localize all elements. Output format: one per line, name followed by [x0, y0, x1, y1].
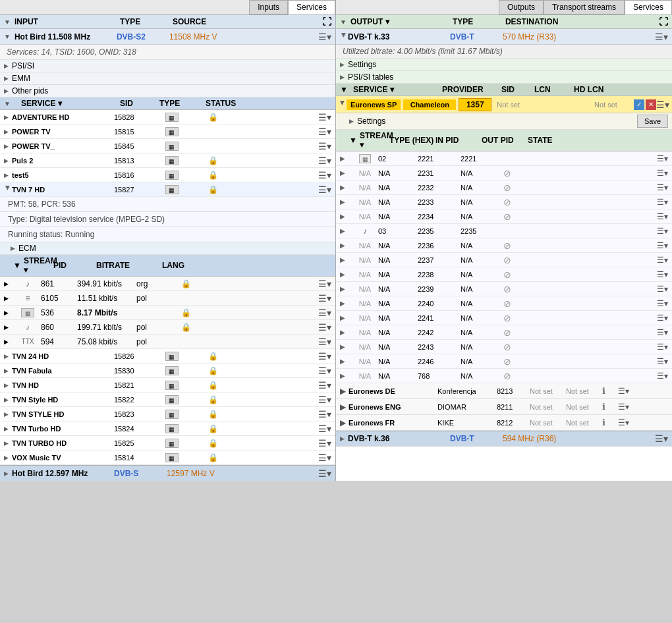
- right-stream-row-4[interactable]: ▶ N/A N/A 2234 N/A ⊘ ☰▾: [336, 209, 672, 224]
- right-stream-row-5[interactable]: ▶ ♪ 03 2235 2235 ☰▾: [336, 224, 672, 238]
- service-row-more-6[interactable]: ▶ TVN TURBO HD 15825 ▦ 🔒 ☰▾: [0, 436, 335, 450]
- rs-menu-4[interactable]: ☰▾: [657, 212, 668, 221]
- service-row-tvn7hd[interactable]: ▶ TVN 7 HD 15827 ▦ 🔒 ☰▾: [0, 182, 335, 197]
- psi-si-row[interactable]: ▶ PSI/SI: [0, 60, 335, 72]
- right-stream-row-13[interactable]: ▶ N/A N/A 2243 N/A ⊘ ☰▾: [336, 340, 672, 354]
- adventure-menu[interactable]: ☰▾: [318, 112, 331, 122]
- stream-row-1[interactable]: ▶ ≡ 6105 11.51 kbit/s pol ☰▾: [0, 291, 335, 306]
- more-svc-menu-3[interactable]: ☰▾: [318, 394, 331, 405]
- fullscreen-icon[interactable]: ⛶: [322, 16, 331, 27]
- more-svc-menu-5[interactable]: ☰▾: [318, 423, 331, 434]
- tab-services-left[interactable]: Services: [288, 0, 335, 14]
- service-row-more-4[interactable]: ▶ TVN STYLE HD 15823 ▦ 🔒 ☰▾: [0, 407, 335, 421]
- right-stream-row-11[interactable]: ▶ N/A N/A 2241 N/A ⊘ ☰▾: [336, 311, 672, 325]
- other-svc-info-2[interactable]: ℹ: [602, 418, 615, 427]
- more-svc-menu-4[interactable]: ☰▾: [318, 409, 331, 420]
- other-svc-row-2[interactable]: ▶ Euronews FR KIKE 8212 Not set Not set …: [336, 415, 672, 431]
- service-row-more-5[interactable]: ▶ TVN Turbo HD 15824 ▦ 🔒 ☰▾: [0, 421, 335, 436]
- tvn7hd-expand[interactable]: ▶: [5, 186, 11, 194]
- rs-menu-1[interactable]: ☰▾: [657, 169, 668, 178]
- rs-expand-3[interactable]: ▶: [340, 198, 352, 205]
- other-svc-row-0[interactable]: ▶ Euronews DE Konferencja 8213 Not set N…: [336, 383, 672, 399]
- rs-expand-11[interactable]: ▶: [340, 314, 352, 321]
- hotbird-expand[interactable]: ▼: [4, 33, 11, 40]
- right-stream-row-1[interactable]: ▶ N/A N/A 2231 N/A ⊘ ☰▾: [336, 166, 672, 180]
- emm-row[interactable]: ▶ EMM: [0, 72, 335, 85]
- dvbt2-menu[interactable]: ☰▾: [655, 433, 668, 444]
- right-stream-row-12[interactable]: ▶ N/A N/A 2242 N/A ⊘ ☰▾: [336, 325, 672, 340]
- s2-menu[interactable]: ☰▾: [318, 308, 331, 318]
- rs-menu-14[interactable]: ☰▾: [657, 357, 668, 366]
- service-row-more-2[interactable]: ▶ TVN HD 15821 ▦ 🔒 ☰▾: [0, 378, 335, 393]
- dvbt2-expand[interactable]: ▶: [340, 435, 348, 442]
- rs-expand-6[interactable]: ▶: [340, 242, 352, 249]
- more-svc-menu-2[interactable]: ☰▾: [318, 380, 331, 391]
- rs-expand-8[interactable]: ▶: [340, 271, 352, 278]
- rs-expand-15[interactable]: ▶: [340, 372, 352, 379]
- service-row-more-1[interactable]: ▶ TVN Fabula 15830 ▦ 🔒 ☰▾: [0, 364, 335, 378]
- tab-services-right[interactable]: Services: [625, 0, 672, 14]
- more-svc-menu-0[interactable]: ☰▾: [318, 351, 331, 362]
- rs-menu-11[interactable]: ☰▾: [657, 313, 668, 323]
- powertv2-menu[interactable]: ☰▾: [318, 141, 331, 151]
- active-svc-settings-row[interactable]: ▶ Settings Save: [336, 113, 672, 130]
- right-stream-row-10[interactable]: ▶ N/A N/A 2240 N/A ⊘ ☰▾: [336, 296, 672, 311]
- rs-expand-12[interactable]: ▶: [340, 329, 352, 336]
- other-svc-menu-0[interactable]: ☰▾: [618, 387, 629, 396]
- rs-expand-5[interactable]: ▶: [340, 227, 352, 234]
- s1-menu[interactable]: ☰▾: [318, 293, 331, 304]
- rs-menu-3[interactable]: ☰▾: [657, 198, 668, 207]
- s3-menu[interactable]: ☰▾: [318, 322, 331, 333]
- rs-expand-13[interactable]: ▶: [340, 343, 352, 350]
- other-svc-menu-1[interactable]: ☰▾: [618, 402, 629, 412]
- rs-expand-7[interactable]: ▶: [340, 256, 352, 263]
- other-svc-info-1[interactable]: ℹ: [602, 402, 615, 412]
- right-stream-row-6[interactable]: ▶ N/A N/A 2236 N/A ⊘ ☰▾: [336, 238, 672, 253]
- rs-menu-0[interactable]: ☰▾: [657, 154, 668, 163]
- stream-row-3[interactable]: ▶ ♪ 860 199.71 kbit/s pol 🔒 ☰▾: [0, 320, 335, 335]
- service-row-more-7[interactable]: ▶ VOX Music TV 15814 ▦ 🔒 ☰▾: [0, 450, 335, 465]
- test5-menu[interactable]: ☰▾: [318, 170, 331, 180]
- service-row-adventure[interactable]: ▶ ADVENTURE HD 15828 ▦ 🔒 ☰▾: [0, 110, 335, 124]
- tab-inputs[interactable]: Inputs: [249, 0, 288, 14]
- stream-row-0[interactable]: ▶ ♪ 861 394.91 kbit/s org 🔒 ☰▾: [0, 277, 335, 291]
- rs-menu-6[interactable]: ☰▾: [657, 241, 668, 250]
- ecm-row[interactable]: ▶ ECM: [0, 242, 335, 255]
- save-button[interactable]: Save: [637, 115, 668, 128]
- rs-menu-7[interactable]: ☰▾: [657, 256, 668, 265]
- right-stream-row-0[interactable]: ▶ ▦ 02 2221 2221 ☰▾: [336, 151, 672, 166]
- right-stream-row-9[interactable]: ▶ N/A N/A 2239 N/A ⊘ ☰▾: [336, 282, 672, 296]
- hb2-menu[interactable]: ☰▾: [318, 468, 331, 479]
- right-settings-row[interactable]: ▶ Settings: [336, 59, 672, 71]
- output-fullscreen-icon[interactable]: ⛶: [659, 16, 668, 27]
- psisi-row[interactable]: ▶ PSI/SI tables: [336, 71, 672, 84]
- right-stream-row-15[interactable]: ▶ N/A N/A 768 N/A ⊘ ☰▾: [336, 369, 672, 383]
- rs-expand-2[interactable]: ▶: [340, 184, 352, 191]
- rs-menu-9[interactable]: ☰▾: [657, 284, 668, 294]
- right-stream-row-2[interactable]: ▶ N/A N/A 2232 N/A ⊘ ☰▾: [336, 180, 672, 195]
- s4-menu[interactable]: ☰▾: [318, 337, 331, 347]
- other-svc-expand-1[interactable]: ▶: [340, 402, 346, 412]
- tab-outputs[interactable]: Outputs: [499, 0, 544, 14]
- rs-menu-15[interactable]: ☰▾: [657, 371, 668, 381]
- other-svc-info-0[interactable]: ℹ: [602, 386, 615, 396]
- other-svc-row-1[interactable]: ▶ Euronews ENG DIOMAR 8211 Not set Not s…: [336, 399, 672, 415]
- dvbt-menu[interactable]: ☰▾: [655, 32, 668, 42]
- rs-expand-0[interactable]: ▶: [340, 155, 352, 162]
- right-stream-row-7[interactable]: ▶ N/A N/A 2237 N/A ⊘ ☰▾: [336, 253, 672, 267]
- hb2-expand[interactable]: ▶: [4, 470, 12, 477]
- service-row-powertv[interactable]: ▶ POWER TV 15815 ▦ ☰▾: [0, 124, 335, 139]
- service-row-more-3[interactable]: ▶ TVN Style HD 15822 ▦ 🔒 ☰▾: [0, 393, 335, 407]
- more-svc-menu-1[interactable]: ☰▾: [318, 366, 331, 376]
- checkbox-icon[interactable]: ✓: [634, 99, 644, 110]
- rs-menu-13[interactable]: ☰▾: [657, 342, 668, 352]
- rs-menu-2[interactable]: ☰▾: [657, 183, 668, 192]
- rs-expand-9[interactable]: ▶: [340, 285, 352, 292]
- stream-row-4[interactable]: ▶ TTX 594 75.08 kbit/s pol ☰▾: [0, 335, 335, 349]
- rs-expand-1[interactable]: ▶: [340, 169, 352, 176]
- active-svc-menu[interactable]: ☰▾: [656, 99, 669, 110]
- service-row-more-0[interactable]: ▶ TVN 24 HD 15826 ▦ 🔒 ☰▾: [0, 349, 335, 364]
- right-stream-row-14[interactable]: ▶ N/A N/A 2246 N/A ⊘ ☰▾: [336, 354, 672, 369]
- hotbird-menu[interactable]: ☰▾: [318, 32, 331, 42]
- rs-expand-14[interactable]: ▶: [340, 358, 352, 365]
